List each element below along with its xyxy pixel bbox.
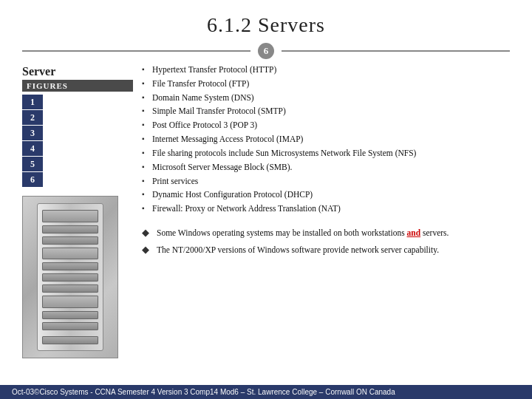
drive-bay-1 — [42, 225, 98, 233]
slide-title: 6.1.2 Servers — [22, 13, 510, 37]
server-label: Server — [22, 65, 133, 78]
fig-num-4[interactable]: 4 — [22, 141, 43, 156]
drive-bay-wide-1 — [42, 210, 98, 222]
bullet-list: Hypertext Transfer Protocol (HTTP) File … — [142, 64, 510, 216]
drive-bay-4 — [42, 273, 98, 282]
fig-num-6[interactable]: 6 — [22, 172, 43, 187]
bullet-item-6: Internet Messaging Access Protocol (IMAP… — [142, 133, 510, 146]
server-tower — [37, 203, 103, 351]
bullet-item-9: Print services — [142, 175, 510, 188]
diamond-icon-2: ◆ — [142, 244, 152, 256]
left-panel: Server FIGURES 1 2 3 4 5 6 — [22, 64, 133, 399]
server-image — [22, 196, 118, 358]
note-item-1: ◆ Some Windows operating systems may be … — [142, 227, 510, 239]
drive-bay-wide-2 — [42, 248, 98, 260]
fig-num-5[interactable]: 5 — [22, 157, 43, 171]
note-text-1: Some Windows operating systems may be in… — [157, 227, 449, 239]
figures-bar: FIGURES — [22, 80, 133, 92]
fig-num-3[interactable]: 3 — [22, 126, 43, 140]
divider-line-right — [282, 50, 510, 52]
bullet-item-11: Firewall: Proxy or Network Address Trans… — [142, 202, 510, 216]
page-container: 6.1.2 Servers 6 Server FIGURES 1 2 3 4 5… — [0, 0, 532, 399]
fig-num-2[interactable]: 2 — [22, 110, 43, 125]
bullet-item-4: Simple Mail Transfer Protocol (SMTP) — [142, 105, 510, 118]
bullet-item-3: Domain Name System (DNS) — [142, 92, 510, 105]
bullet-item-2: File Transfer Protocol (FTP) — [142, 78, 510, 91]
bullet-item-10: Dynamic Host Configuration Protocol (DHC… — [142, 188, 510, 202]
bullet-item-1: Hypertext Transfer Protocol (HTTP) — [142, 64, 510, 77]
divider-line-left — [22, 50, 250, 52]
drive-bay-5 — [42, 284, 98, 293]
drive-bay-3 — [42, 262, 98, 270]
note-item-2: ◆ The NT/2000/XP versions of Windows sof… — [142, 244, 510, 256]
bullet-item-5: Post Office Protocol 3 (POP 3) — [142, 119, 510, 132]
highlight-and: and — [407, 228, 421, 237]
drive-bay-8 — [42, 336, 98, 344]
drive-bay-2 — [42, 236, 98, 245]
server-label-box: Server FIGURES 1 2 3 4 5 6 — [22, 64, 133, 193]
slide-number: 6 — [258, 43, 274, 59]
drive-bay-7 — [42, 322, 98, 330]
fig-numbers: 1 2 3 4 5 6 — [22, 95, 133, 187]
note-text-2: The NT/2000/XP versions of Windows softw… — [157, 244, 439, 256]
right-panel: Hypertext Transfer Protocol (HTTP) File … — [133, 64, 510, 399]
slide-number-row: 6 — [22, 43, 510, 59]
main-content: Server FIGURES 1 2 3 4 5 6 — [22, 64, 510, 399]
footer: Oct-03©Cisco Systems - CCNA Semester 4 V… — [0, 385, 532, 399]
drive-bay-wide-3 — [42, 296, 98, 308]
diamond-icon-1: ◆ — [142, 227, 152, 239]
note-block: ◆ Some Windows operating systems may be … — [142, 227, 510, 262]
footer-text: Oct-03©Cisco Systems - CCNA Semester 4 V… — [12, 388, 395, 396]
title-area: 6.1.2 Servers — [22, 13, 510, 37]
bullet-item-7: File sharing protocols include Sun Micro… — [142, 147, 510, 160]
bullet-item-8: Microsoft Server Message Block (SMB). — [142, 161, 510, 174]
drive-bay-6 — [42, 311, 98, 319]
fig-num-1[interactable]: 1 — [22, 95, 43, 109]
